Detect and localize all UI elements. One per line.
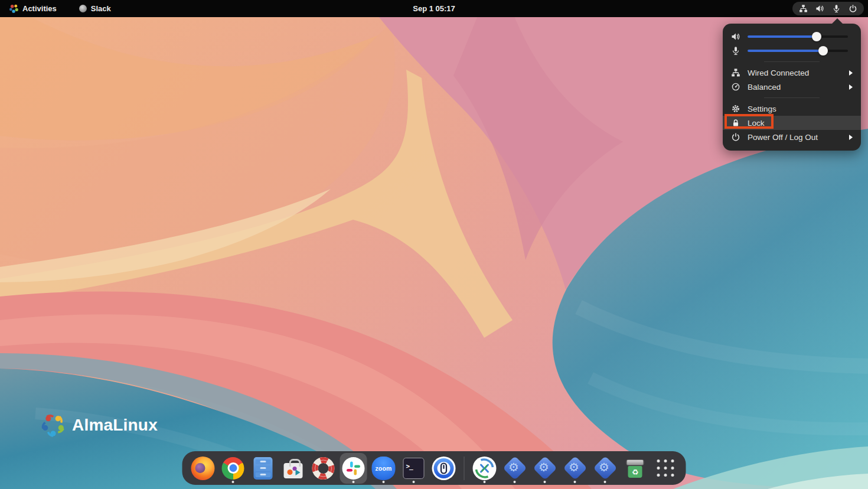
menu-item-label: Balanced xyxy=(748,83,842,92)
chevron-right-icon xyxy=(849,135,853,140)
menu-separator xyxy=(764,97,820,98)
dock-trash[interactable]: ♻ xyxy=(622,453,649,484)
power-icon xyxy=(731,132,740,142)
dock-generic-app-3[interactable]: ⚙ xyxy=(562,453,589,484)
volume-slider-knob[interactable] xyxy=(812,32,821,41)
chevron-right-icon xyxy=(849,70,853,76)
slack-icon xyxy=(342,457,365,480)
microphone-icon xyxy=(832,4,841,13)
network-wired-icon xyxy=(799,4,808,13)
popover-arrow xyxy=(831,18,843,24)
remote-desktop-icon xyxy=(473,457,497,480)
activities-button[interactable]: Activities xyxy=(6,0,60,17)
dock-generic-app-4[interactable]: ⚙ xyxy=(592,453,619,484)
dock-slack[interactable] xyxy=(340,453,367,484)
firefox-icon xyxy=(191,457,215,480)
dock-files[interactable] xyxy=(250,453,277,484)
chrome-icon xyxy=(222,457,244,480)
menu-item-label: Settings xyxy=(748,105,853,113)
terminal-icon: >_ xyxy=(403,458,425,479)
app-indicator-slack[interactable]: Slack xyxy=(76,0,115,17)
dock-help[interactable] xyxy=(310,453,337,484)
file-cabinet-icon xyxy=(254,457,273,480)
zoom-icon-text: zoom xyxy=(375,465,391,472)
dock-remote-desktop[interactable] xyxy=(471,453,498,484)
dock-firefox[interactable] xyxy=(190,453,217,484)
executable-diamond-icon: ⚙ xyxy=(533,456,557,480)
microphone-icon xyxy=(731,46,740,56)
volume-slider[interactable] xyxy=(723,30,861,44)
desktop: Activities Slack Sep 1 05:17 xyxy=(0,0,868,489)
volume-slider-track[interactable] xyxy=(748,35,848,38)
dock-separator xyxy=(464,457,465,480)
brand-name: AlmaLinux xyxy=(72,416,158,435)
1password-icon xyxy=(432,457,456,480)
app-indicator-label: Slack xyxy=(91,4,111,13)
dock-chrome[interactable] xyxy=(220,453,247,484)
gear-icon xyxy=(731,104,740,113)
system-tray-button[interactable] xyxy=(792,2,864,15)
executable-diamond-icon: ⚙ xyxy=(502,456,527,480)
top-bar: Activities Slack Sep 1 05:17 xyxy=(0,0,868,17)
menu-item-wired-connected[interactable]: Wired Connected xyxy=(723,66,861,80)
zoom-icon: zoom xyxy=(372,457,396,480)
menu-item-settings[interactable]: Settings xyxy=(723,102,861,116)
lock-icon xyxy=(731,118,740,128)
menu-item-label: Wired Connected xyxy=(748,69,842,77)
menu-item-label: Lock xyxy=(748,119,853,128)
dock-app-grid[interactable] xyxy=(652,453,679,484)
menu-item-power-profile[interactable]: Balanced xyxy=(723,80,861,94)
dock: zoom >_ xyxy=(182,451,686,485)
slack-indicator-icon xyxy=(79,5,87,12)
menu-item-label: Power Off / Log Out xyxy=(748,133,842,142)
microphone-slider[interactable] xyxy=(723,44,861,58)
lifebuoy-icon xyxy=(312,457,335,480)
menu-separator xyxy=(764,61,820,62)
executable-diamond-icon: ⚙ xyxy=(593,456,617,480)
almalinux-logo-icon xyxy=(40,412,66,438)
microphone-slider-track[interactable] xyxy=(748,50,848,52)
system-menu: Wired Connected Balanced Settings xyxy=(723,24,861,151)
wallpaper-brand: AlmaLinux xyxy=(40,412,158,438)
volume-icon xyxy=(815,4,824,13)
clock[interactable]: Sep 1 05:17 xyxy=(413,4,455,13)
dock-1password[interactable] xyxy=(430,453,458,484)
activities-label: Activities xyxy=(22,4,57,13)
chevron-right-icon xyxy=(849,84,853,90)
dock-software[interactable] xyxy=(280,453,307,484)
speaker-icon xyxy=(731,32,740,41)
power-profile-icon xyxy=(731,82,740,92)
trash-icon: ♻ xyxy=(626,459,644,478)
dock-generic-app-2[interactable]: ⚙ xyxy=(531,453,559,484)
microphone-slider-knob[interactable] xyxy=(818,46,828,56)
executable-diamond-icon: ⚙ xyxy=(563,456,587,480)
dock-zoom[interactable]: zoom xyxy=(370,453,397,484)
software-bag-icon xyxy=(284,463,303,478)
distro-logo-icon xyxy=(9,4,18,13)
power-icon xyxy=(849,4,857,13)
menu-item-power-off-log-out[interactable]: Power Off / Log Out xyxy=(723,130,861,144)
terminal-prompt-text: >_ xyxy=(406,462,413,470)
app-grid-icon xyxy=(657,459,674,477)
dock-generic-app-1[interactable]: ⚙ xyxy=(501,453,528,484)
dock-terminal[interactable]: >_ xyxy=(400,453,428,484)
menu-item-lock[interactable]: Lock xyxy=(723,116,861,130)
network-wired-icon xyxy=(731,68,740,77)
